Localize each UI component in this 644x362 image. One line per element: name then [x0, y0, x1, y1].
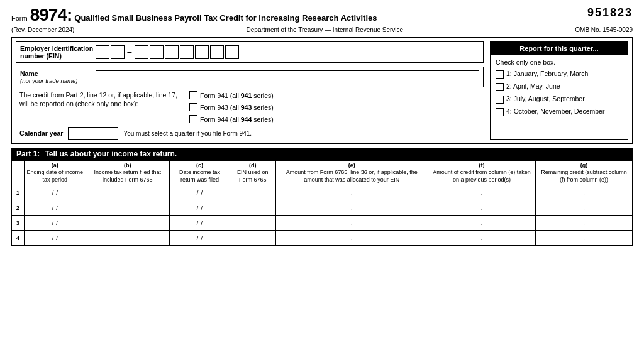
col-b-header: (b) Income tax return filed that include… [86, 161, 170, 185]
row-4-col-a[interactable]: // [25, 230, 86, 245]
form-checkbox-options: Form 941 (all 941 series) Form 943 (all … [189, 91, 274, 123]
checkbox-941-box[interactable] [189, 91, 197, 99]
quarter-body: Check only one box. 1: January, February… [491, 55, 628, 124]
ein-dash: – [127, 47, 132, 57]
row-1-col-d[interactable] [230, 185, 275, 200]
page: Form 8974: Qualified Small Business Payr… [0, 0, 644, 252]
ein-label: Employer identification number (EIN) [20, 45, 96, 60]
col-a-header: (a) Ending date of income tax period [25, 161, 86, 185]
row-2-col-b[interactable] [86, 200, 170, 215]
checkbox-941-label: Form 941 (all 941 series) [200, 92, 274, 99]
ein-digit-6[interactable] [180, 45, 194, 59]
row-3-col-d[interactable] [230, 215, 275, 230]
row-4-col-f[interactable]: . [428, 230, 535, 245]
row-4-col-c[interactable]: // [170, 230, 230, 245]
row-2-col-g[interactable]: . [536, 200, 633, 215]
checkbox-943[interactable]: Form 943 (all 943 series) [189, 103, 274, 111]
row-1-col-f[interactable]: . [428, 185, 535, 200]
quarter-box: Report for this quarter... Check only on… [490, 41, 628, 140]
name-input[interactable] [96, 70, 479, 84]
form-code: 951823 [587, 6, 633, 19]
department-label: Department of the Treasury — Internal Re… [247, 26, 404, 33]
row-4-col-g[interactable]: . [536, 230, 633, 245]
row-2-col-d[interactable] [230, 200, 275, 215]
part1-label: Part 1: [16, 150, 40, 158]
row-2-num: 2 [12, 200, 25, 215]
row-3-col-a[interactable]: // [25, 215, 86, 230]
col-row-num [12, 161, 25, 185]
ein-digit-9[interactable] [225, 45, 239, 59]
quarter-label-4: 4: October, November, December [506, 107, 604, 116]
col-f-header: (f) Amount of credit from column (e) tak… [428, 161, 535, 185]
checkbox-944-label: Form 944 (all 944 series) [200, 116, 274, 123]
col-d-header: (d) EIN used on Form 6765 [230, 161, 275, 185]
table-row: 2 // // . . . [12, 200, 633, 215]
row-3-col-b[interactable] [86, 215, 170, 230]
credit-row: The credit from Part 2, line 12 or, if a… [16, 91, 484, 123]
ein-digit-2[interactable] [111, 45, 125, 59]
form-word-label: Form [11, 14, 28, 22]
row-3-col-e[interactable]: . [275, 215, 428, 230]
row-2-col-c[interactable]: // [170, 200, 230, 215]
calendar-note: You must select a quarter if you file Fo… [123, 130, 252, 137]
checkbox-944[interactable]: Form 944 (all 944 series) [189, 115, 274, 123]
row-3-col-g[interactable]: . [536, 215, 633, 230]
quarter-checkbox-4[interactable] [496, 108, 504, 116]
quarter-option-3[interactable]: 3: July, August, September [496, 95, 623, 104]
quarter-option-2[interactable]: 2: April, May, June [496, 82, 623, 91]
table-row: 1 // // . . . [12, 185, 633, 200]
ein-fields: – [96, 45, 239, 59]
rev-date: (Rev. December 2024) [11, 26, 74, 33]
quarter-label-3: 3: July, August, September [506, 95, 585, 104]
row-2-col-a[interactable]: // [25, 200, 86, 215]
quarter-header: Report for this quarter... [491, 42, 628, 55]
main-form-area: Employer identification number (EIN) – [11, 37, 633, 144]
ein-digit-1[interactable] [96, 45, 109, 59]
quarter-option-1[interactable]: 1: January, February, March [496, 70, 623, 79]
quarter-label-2: 2: April, May, June [506, 82, 560, 91]
row-1-col-c[interactable]: // [170, 185, 230, 200]
row-4-col-b[interactable] [86, 230, 170, 245]
form-title-group: Form 8974: Qualified Small Business Payr… [11, 6, 377, 24]
name-row: Name (not your trade name) [16, 67, 484, 87]
checkbox-941[interactable]: Form 941 (all 941 series) [189, 91, 274, 99]
ein-digit-7[interactable] [195, 45, 209, 59]
col-e-header: (e) Amount from Form 6765, line 36 or, i… [275, 161, 428, 185]
ein-digit-3[interactable] [135, 45, 148, 59]
ein-digit-4[interactable] [150, 45, 164, 59]
omb-number: OMB No. 1545-0029 [575, 26, 633, 33]
form-description: Qualified Small Business Payroll Tax Cre… [74, 13, 377, 24]
checkbox-944-box[interactable] [189, 115, 197, 123]
left-form: Employer identification number (EIN) – [16, 41, 484, 140]
row-4-col-d[interactable] [230, 230, 275, 245]
row-1-col-g[interactable]: . [536, 185, 633, 200]
quarter-option-4[interactable]: 4: October, November, December [496, 107, 623, 116]
table-row: 3 // // . . . [12, 215, 633, 230]
quarter-checkbox-1[interactable] [496, 70, 504, 79]
checkbox-943-box[interactable] [189, 103, 197, 111]
calendar-year-input[interactable] [68, 127, 118, 140]
form-number: 8974: [30, 6, 72, 24]
row-3-col-f[interactable]: . [428, 215, 535, 230]
row-4-col-e[interactable]: . [275, 230, 428, 245]
calendar-row: Calendar year You must select a quarter … [16, 127, 484, 140]
quarter-checkbox-2[interactable] [496, 83, 504, 91]
quarter-label-1: 1: January, February, March [506, 70, 588, 79]
ein-digit-8[interactable] [210, 45, 224, 59]
part1-header-bar: Part 1: Tell us about your income tax re… [11, 148, 633, 160]
form-header: Form 8974: Qualified Small Business Payr… [11, 6, 633, 24]
credit-label: The credit from Part 2, line 12 or, if a… [19, 91, 183, 108]
quarter-check-instruction: Check only one box. [496, 58, 623, 66]
row-1-col-b[interactable] [86, 185, 170, 200]
quarter-checkbox-3[interactable] [496, 96, 504, 104]
col-g-header: (g) Remaining credit (subtract column (f… [536, 161, 633, 185]
row-2-col-f[interactable]: . [428, 200, 535, 215]
row-3-col-c[interactable]: // [170, 215, 230, 230]
row-1-col-e[interactable]: . [275, 185, 428, 200]
row-2-col-e[interactable]: . [275, 200, 428, 215]
ein-digit-5[interactable] [165, 45, 179, 59]
row-1-col-a[interactable]: // [25, 185, 86, 200]
row-4-num: 4 [12, 230, 25, 245]
calendar-label: Calendar year [19, 129, 63, 137]
row-1-num: 1 [12, 185, 25, 200]
